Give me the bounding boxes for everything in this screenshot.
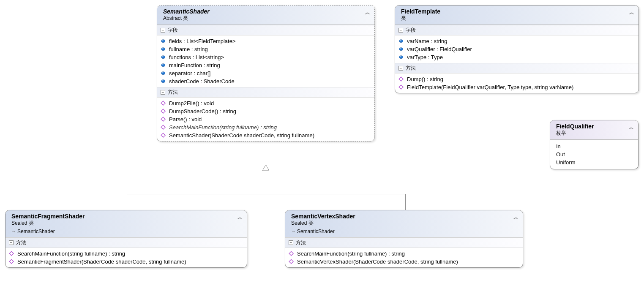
field-icon bbox=[161, 71, 166, 76]
section-label: 方法 bbox=[296, 239, 306, 245]
method-icon bbox=[161, 125, 166, 131]
field-item: fields : List<FieldTemplate> bbox=[157, 37, 374, 45]
class-subtitle: Sealed 类 bbox=[11, 220, 243, 227]
field-icon bbox=[161, 63, 166, 68]
class-title: SemanticShader bbox=[163, 8, 370, 15]
method-item: Dump() : string bbox=[395, 75, 639, 83]
connector-line bbox=[266, 171, 266, 194]
field-item: mainFunction : string bbox=[157, 61, 374, 69]
collapse-icon[interactable]: ︽ bbox=[629, 124, 634, 131]
section-label: 字段 bbox=[406, 27, 416, 33]
method-item: SearchMainFunction(string fullname) : st… bbox=[5, 250, 247, 258]
field-icon bbox=[161, 38, 166, 44]
field-icon bbox=[398, 46, 404, 52]
toggle-icon[interactable]: − bbox=[398, 66, 403, 71]
section-header-methods: −方法 bbox=[5, 237, 247, 248]
method-icon bbox=[398, 76, 404, 82]
method-item: SearchMainFunction(string fullname) : st… bbox=[157, 123, 374, 131]
field-item: varQualifier : FieldQualifier bbox=[395, 45, 639, 53]
methods-list: SearchMainFunction(string fullname) : st… bbox=[5, 248, 247, 267]
collapse-icon[interactable]: ︽ bbox=[365, 9, 370, 16]
method-item: DumpShaderCode() : string bbox=[157, 107, 374, 115]
header: SemanticFragmentShader Sealed 类 Semantic… bbox=[5, 210, 247, 237]
enum-subtitle: 枚举 bbox=[556, 130, 634, 137]
inherits-label: SemanticShader bbox=[291, 229, 518, 234]
enum-box-field-qualifier: FieldQualifier 枚举 ︽ In Out Uniform bbox=[550, 120, 639, 169]
field-item: functions : List<string> bbox=[157, 53, 374, 61]
method-item: Dump2File() : void bbox=[157, 99, 374, 107]
class-subtitle: Sealed 类 bbox=[291, 220, 518, 227]
method-icon bbox=[9, 259, 15, 265]
field-icon bbox=[398, 38, 404, 44]
methods-list: Dump() : string FieldTemplate(FieldQuali… bbox=[395, 73, 639, 93]
section-header-methods: −方法 bbox=[285, 237, 523, 248]
field-icon bbox=[161, 79, 166, 84]
section-label: 字段 bbox=[168, 27, 178, 33]
field-icon bbox=[161, 54, 166, 60]
class-subtitle: 类 bbox=[401, 15, 634, 22]
toggle-icon[interactable]: − bbox=[161, 28, 165, 33]
field-item: varName : string bbox=[395, 37, 639, 45]
class-title: SemanticFragmentShader bbox=[11, 213, 243, 220]
section-header-methods: −方法 bbox=[157, 87, 374, 98]
class-box-semantic-shader: SemanticShader Abstract 类 ︽ −字段 fields :… bbox=[157, 5, 375, 142]
enum-title: FieldQualifier bbox=[556, 123, 634, 130]
method-icon bbox=[161, 101, 166, 106]
class-title: FieldTemplate bbox=[401, 8, 634, 15]
method-item: Parse() : void bbox=[157, 115, 374, 123]
method-icon bbox=[289, 251, 295, 257]
section-header-fields: −字段 bbox=[157, 25, 374, 35]
connector-line bbox=[127, 194, 406, 194]
method-item: SearchMainFunction(string fullname) : st… bbox=[285, 250, 523, 258]
class-box-vertex-shader: SemanticVertexShader Sealed 类 SemanticSh… bbox=[285, 210, 523, 268]
toggle-icon[interactable]: − bbox=[9, 240, 14, 245]
enum-value: In bbox=[556, 142, 632, 150]
method-item: FieldTemplate(FieldQualifier varQualifie… bbox=[395, 83, 639, 91]
enum-values: In Out Uniform bbox=[550, 140, 638, 169]
inherits-label: SemanticShader bbox=[11, 229, 243, 234]
section-header-fields: −字段 bbox=[395, 25, 639, 35]
toggle-icon[interactable]: − bbox=[161, 90, 165, 95]
method-item: SemanticFragmentShader(ShaderCode shader… bbox=[5, 258, 247, 266]
svg-marker-3 bbox=[262, 165, 269, 171]
method-item: SemanticVertexShader(ShaderCode shaderCo… bbox=[285, 258, 523, 266]
methods-list: SearchMainFunction(string fullname) : st… bbox=[285, 248, 523, 267]
field-item: varType : Type bbox=[395, 53, 639, 61]
method-icon bbox=[289, 259, 295, 265]
toggle-icon[interactable]: − bbox=[289, 240, 293, 245]
connector-line bbox=[405, 194, 406, 210]
enum-value: Out bbox=[556, 150, 632, 158]
method-icon bbox=[398, 84, 404, 90]
class-subtitle: Abstract 类 bbox=[163, 15, 370, 22]
field-icon bbox=[161, 46, 166, 52]
section-label: 方法 bbox=[168, 89, 178, 95]
fields-list: varName : string varQualifier : FieldQua… bbox=[395, 35, 639, 63]
enum-value: Uniform bbox=[556, 158, 632, 166]
fields-list: fields : List<FieldTemplate> fullname : … bbox=[157, 35, 374, 87]
field-icon bbox=[398, 54, 404, 60]
collapse-icon[interactable]: ︽ bbox=[237, 214, 243, 221]
header: FieldQualifier 枚举 ︽ bbox=[550, 120, 638, 140]
field-item: fullname : string bbox=[157, 45, 374, 53]
class-box-field-template: FieldTemplate 类 ︽ −字段 varName : string v… bbox=[395, 5, 639, 93]
class-title: SemanticVertexShader bbox=[291, 213, 518, 220]
collapse-icon[interactable]: ︽ bbox=[513, 214, 518, 221]
method-icon bbox=[161, 117, 166, 122]
methods-list: Dump2File() : void DumpShaderCode() : st… bbox=[157, 98, 374, 141]
field-item: shaderCode : ShaderCode bbox=[157, 77, 374, 85]
toggle-icon[interactable]: − bbox=[398, 28, 403, 33]
method-icon bbox=[161, 109, 166, 114]
section-label: 方法 bbox=[16, 239, 26, 245]
header: SemanticShader Abstract 类 ︽ bbox=[157, 5, 374, 25]
section-header-methods: −方法 bbox=[395, 63, 639, 73]
collapse-icon[interactable]: ︽ bbox=[629, 9, 634, 16]
field-item: separator : char[] bbox=[157, 69, 374, 77]
method-item: SemanticShader(ShaderCode shaderCode, st… bbox=[157, 131, 374, 139]
method-icon bbox=[161, 133, 166, 139]
header: FieldTemplate 类 ︽ bbox=[395, 5, 639, 25]
class-box-fragment-shader: SemanticFragmentShader Sealed 类 Semantic… bbox=[5, 210, 247, 268]
method-icon bbox=[9, 251, 15, 257]
header: SemanticVertexShader Sealed 类 SemanticSh… bbox=[285, 210, 523, 237]
section-label: 方法 bbox=[406, 65, 416, 71]
connector-line bbox=[127, 194, 127, 210]
